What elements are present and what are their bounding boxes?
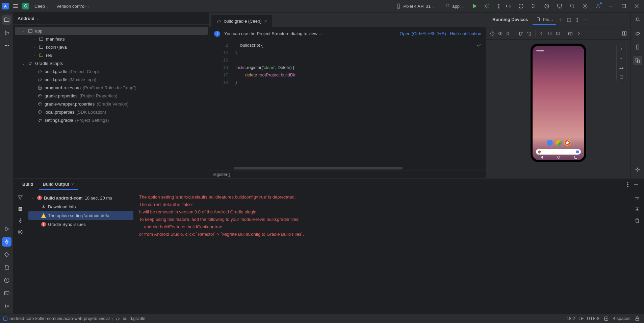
build-tree-download[interactable]: Download info bbox=[28, 202, 133, 211]
dock-app-2[interactable] bbox=[556, 140, 562, 146]
device-frame[interactable]: Muerte bbox=[531, 44, 586, 162]
profiler-icon[interactable] bbox=[543, 3, 550, 9]
run-config-selector[interactable]: app⌄ bbox=[442, 1, 466, 11]
terminal-tool-icon[interactable] bbox=[2, 289, 11, 298]
code-with-me-icon[interactable] bbox=[505, 3, 512, 9]
build-output-tab[interactable]: Build Output × bbox=[39, 180, 78, 190]
panel-options-icon[interactable] bbox=[624, 181, 631, 188]
minimize-button[interactable] bbox=[608, 3, 614, 9]
volume-down-icon[interactable] bbox=[505, 30, 512, 37]
running-devices-tool-icon[interactable] bbox=[633, 56, 642, 65]
structure-icon[interactable] bbox=[531, 3, 537, 9]
zoom-in-button[interactable]: + bbox=[617, 44, 626, 53]
main-menu-icon[interactable] bbox=[12, 3, 19, 9]
expand-icon[interactable]: › bbox=[32, 53, 36, 57]
editor-tab-options-icon[interactable] bbox=[478, 20, 486, 27]
editor-tab-build-gradle[interactable]: build.gradle (Ceep) × bbox=[211, 15, 272, 27]
rotate-left-icon[interactable] bbox=[518, 30, 524, 37]
notification-hide-link[interactable]: Hide notification bbox=[450, 31, 482, 36]
crumb-project[interactable]: android-com-kotlin-comunicacao-web-proje… bbox=[9, 316, 110, 321]
tree-node-settings-gradle[interactable]: settings.gradle (Project Settings) bbox=[15, 116, 208, 124]
more-tool-icon[interactable] bbox=[2, 41, 11, 50]
tree-node-gradle-properties[interactable]: gradle.properties (Project Properties) bbox=[15, 92, 208, 100]
run-tool-icon[interactable] bbox=[2, 224, 11, 234]
zoom-fit-button[interactable] bbox=[617, 72, 626, 82]
lock-icon[interactable] bbox=[634, 315, 641, 322]
maximize-button[interactable] bbox=[620, 3, 627, 9]
minimize-pane-icon[interactable] bbox=[582, 17, 589, 23]
search-everywhere-icon[interactable] bbox=[569, 3, 576, 9]
zoom-1to1-button[interactable]: 1:1 bbox=[617, 63, 626, 72]
account-icon[interactable] bbox=[595, 3, 601, 9]
volume-up-icon[interactable] bbox=[497, 30, 504, 37]
settings-icon[interactable] bbox=[582, 3, 589, 9]
tree-node-local-properties[interactable]: local.properties (SDK Location) bbox=[15, 108, 208, 116]
tree-node-proguard[interactable]: proguard-rules.pro (ProGuard Rules for "… bbox=[15, 84, 208, 92]
scroll-end-icon[interactable] bbox=[634, 206, 641, 212]
project-selector[interactable]: Ceep⌄ bbox=[32, 2, 51, 10]
window-icon[interactable] bbox=[566, 17, 572, 23]
device-screen[interactable]: Muerte bbox=[533, 46, 584, 160]
filter-icon[interactable] bbox=[17, 194, 24, 201]
stop-icon[interactable] bbox=[17, 206, 24, 212]
running-devices-tab-pixel[interactable]: Pix… bbox=[533, 15, 556, 25]
back-icon[interactable] bbox=[538, 30, 545, 37]
add-tab-icon[interactable] bbox=[558, 17, 564, 23]
build-tree-error[interactable]: ! Gradle Sync issues bbox=[28, 220, 133, 229]
build-tree-warning[interactable]: The option setting 'android.defa bbox=[28, 211, 133, 220]
ai-assistant-icon[interactable] bbox=[633, 165, 642, 175]
expand-icon[interactable]: ⌄ bbox=[21, 29, 26, 33]
file-encoding[interactable]: UTF-8 bbox=[587, 316, 599, 321]
power-icon[interactable] bbox=[489, 30, 496, 37]
inspection-indicator-icon[interactable] bbox=[603, 315, 610, 322]
nav-home-icon[interactable] bbox=[557, 156, 560, 159]
breadcrumb[interactable]: android-com-kotlin-comunicacao-web-proje… bbox=[3, 316, 146, 321]
tree-node-gradle-scripts[interactable]: ⌄ Gradle Scripts bbox=[15, 59, 208, 67]
dock-app-1[interactable] bbox=[547, 140, 553, 146]
build-tree-root[interactable]: ⌄ ! Build android-com 18 sec, 20 ms bbox=[28, 193, 133, 202]
device-selector[interactable]: Pixel 4 API 31⌄ bbox=[393, 1, 437, 11]
device-file-explorer-icon[interactable] bbox=[633, 42, 642, 52]
tree-node-manifests[interactable]: › manifests bbox=[15, 35, 208, 43]
reload-icon[interactable] bbox=[518, 3, 524, 9]
pin-icon[interactable] bbox=[17, 217, 24, 224]
breadcrumb-item[interactable]: register{} bbox=[213, 172, 230, 177]
home-icon[interactable] bbox=[546, 30, 553, 37]
code-editor[interactable]: 2 14 15 16 17 18 buildscript { } tasks.r… bbox=[209, 40, 486, 166]
close-tab-icon[interactable]: × bbox=[264, 19, 267, 24]
diamond-tool-icon[interactable] bbox=[2, 250, 11, 259]
build-tab[interactable]: Build bbox=[18, 180, 37, 190]
tree-node-build-gradle-project[interactable]: build.gradle (Project: Ceep) bbox=[15, 67, 208, 75]
search-pill[interactable] bbox=[536, 149, 581, 155]
toggle-view-icon[interactable] bbox=[17, 229, 24, 235]
tab-options-icon[interactable] bbox=[574, 17, 581, 23]
dock-app-3[interactable] bbox=[564, 140, 570, 146]
expand-icon[interactable]: › bbox=[32, 37, 36, 41]
build-output-console[interactable]: The option setting 'android.defaults.bui… bbox=[135, 191, 630, 314]
tree-node-kotlin-java[interactable]: › kotlin+java bbox=[15, 43, 208, 51]
rotate-right-icon[interactable] bbox=[526, 30, 533, 37]
tree-node-app[interactable]: ⌄ app bbox=[15, 27, 208, 35]
notifications-tool-icon[interactable] bbox=[633, 15, 642, 25]
line-separator[interactable]: LF bbox=[578, 316, 584, 321]
logcat-tool-icon[interactable] bbox=[2, 263, 11, 272]
editor-scrollbar-h[interactable] bbox=[209, 166, 486, 170]
project-tool-icon[interactable] bbox=[2, 15, 11, 25]
expand-icon[interactable]: ⌄ bbox=[21, 62, 26, 65]
tree-node-gradle-wrapper-properties[interactable]: gradle-wrapper.properties (Gradle Versio… bbox=[15, 100, 208, 108]
indent-setting[interactable]: 4 spaces bbox=[613, 316, 630, 321]
next-icon[interactable] bbox=[575, 30, 582, 37]
project-pane-header[interactable]: Android ⌄ bbox=[14, 13, 209, 25]
editor-breadcrumb[interactable]: register{} bbox=[209, 170, 486, 178]
commit-tool-icon[interactable] bbox=[2, 28, 11, 38]
hide-panel-icon[interactable] bbox=[633, 181, 639, 188]
overview-icon[interactable] bbox=[555, 30, 561, 37]
code-content[interactable]: buildscript { } tasks.register('clean', … bbox=[231, 40, 486, 166]
tree-node-res[interactable]: › res bbox=[15, 51, 208, 59]
crumb-file[interactable]: build.gradle bbox=[123, 316, 145, 321]
notification-open-link[interactable]: Open (Ctrl+Alt+Shift+S) bbox=[400, 31, 446, 36]
inspection-ok-icon[interactable] bbox=[476, 43, 481, 49]
expand-icon[interactable]: ⌄ bbox=[30, 196, 35, 200]
build-tool-icon[interactable] bbox=[2, 237, 11, 247]
tree-node-build-gradle-module[interactable]: build.gradle (Module :app) bbox=[15, 75, 208, 84]
